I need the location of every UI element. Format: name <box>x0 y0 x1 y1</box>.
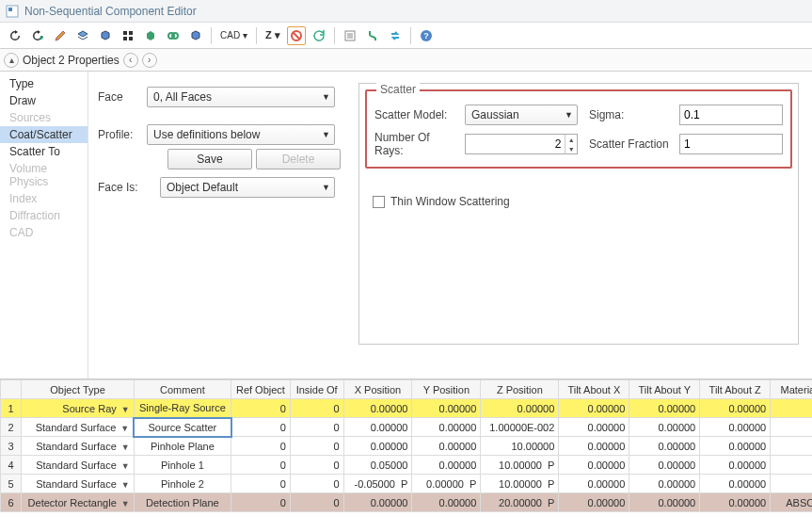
scatter-model-combo[interactable]: Gaussian ▼ <box>465 105 578 125</box>
cell-z-position[interactable]: 10.00000 P <box>481 456 559 475</box>
scatter-fraction-input[interactable] <box>679 134 783 154</box>
list-icon[interactable] <box>341 26 359 45</box>
cell-ref-object[interactable]: 0 <box>231 493 291 512</box>
object-table[interactable]: Object TypeCommentRef ObjectInside OfX P… <box>0 379 812 512</box>
cell-material[interactable]: - <box>771 399 812 418</box>
branch-icon[interactable] <box>363 26 382 45</box>
cell-ref-object[interactable]: 0 <box>231 418 291 437</box>
num-rays-spinner[interactable]: ▲▼ <box>465 134 578 154</box>
refresh-icon[interactable] <box>6 26 24 45</box>
profile-combo[interactable]: Use definitions below ▼ <box>147 124 335 145</box>
cell-ref-object[interactable]: 0 <box>231 475 291 493</box>
cell-tilt-y[interactable]: 0.00000 <box>629 456 700 475</box>
cube2-icon[interactable] <box>186 26 205 45</box>
cell-x-position[interactable]: 0.00000 <box>343 399 412 418</box>
spin-down-icon[interactable]: ▼ <box>565 144 577 153</box>
cell-x-position[interactable]: -0.05000 P <box>343 475 412 493</box>
cell-tilt-y[interactable]: 0.00000 <box>629 475 700 493</box>
sidebar-item-type[interactable]: Type <box>0 75 88 92</box>
cell-x-position[interactable]: 0.00000 <box>343 437 412 456</box>
corner-cell[interactable] <box>1 380 22 399</box>
cell-x-position[interactable]: 0.00000 <box>343 418 412 437</box>
col-tilt-about-z[interactable]: Tilt About Z <box>700 380 771 399</box>
cell-object-type[interactable]: Detector Rectangle ▼ <box>22 493 134 512</box>
cell-inside-of[interactable]: 0 <box>290 475 343 493</box>
cell-inside-of[interactable]: 0 <box>290 418 343 437</box>
cell-x-position[interactable]: 0.00000 <box>343 493 412 512</box>
row-number[interactable]: 3 <box>1 437 22 456</box>
cell-material[interactable]: ABSO... <box>771 493 812 512</box>
cell-ref-object[interactable]: 0 <box>231 399 291 418</box>
cell-object-type[interactable]: Standard Surface ▼ <box>22 437 134 456</box>
swap-icon[interactable] <box>386 26 405 45</box>
pencil-icon[interactable] <box>51 26 70 45</box>
row-number[interactable]: 6 <box>1 493 22 512</box>
cell-comment[interactable]: Detection Plane <box>134 493 231 512</box>
table-row[interactable]: 5Standard Surface ▼Pinhole 200-0.05000 P… <box>1 475 813 493</box>
sigma-input[interactable] <box>679 105 783 125</box>
cell-tilt-y[interactable]: 0.00000 <box>629 399 700 418</box>
cell-comment[interactable]: Pinhole Plane <box>134 437 231 456</box>
col-material[interactable]: Material <box>771 380 812 399</box>
col-object-type[interactable]: Object Type <box>22 380 134 399</box>
cad-dropdown[interactable]: CAD ▾ <box>217 26 250 45</box>
col-inside-of[interactable]: Inside Of <box>290 380 343 399</box>
table-row[interactable]: 4Standard Surface ▼Pinhole 1000.050000.0… <box>1 456 813 475</box>
cell-material[interactable] <box>771 475 812 493</box>
cell-tilt-z[interactable]: 0.00000 <box>700 418 771 437</box>
table-row[interactable]: 6Detector Rectangle ▼Detection Plane000.… <box>1 493 813 512</box>
cell-material[interactable] <box>771 456 812 475</box>
sidebar-item-draw[interactable]: Draw <box>0 92 88 109</box>
cell-z-position[interactable]: 1.00000E-002 <box>481 418 559 437</box>
cell-tilt-z[interactable]: 0.00000 <box>700 493 771 512</box>
save-button[interactable]: Save <box>167 149 252 169</box>
cell-inside-of[interactable]: 0 <box>290 493 343 512</box>
cell-comment[interactable]: Pinhole 2 <box>134 475 231 493</box>
cell-material[interactable] <box>771 437 812 456</box>
prev-object-button[interactable]: ‹ <box>123 53 138 68</box>
cell-z-position[interactable]: 10.00000 P <box>481 475 559 493</box>
col-x-position[interactable]: X Position <box>343 380 412 399</box>
cell-y-position[interactable]: 0.00000 P <box>412 475 481 493</box>
cell-object-type[interactable]: Standard Surface ▼ <box>22 456 134 475</box>
num-rays-value[interactable] <box>466 135 565 153</box>
row-number[interactable]: 2 <box>1 418 22 437</box>
cell-tilt-x[interactable]: 0.00000 <box>559 493 629 512</box>
cell-tilt-y[interactable]: 0.00000 <box>629 437 700 456</box>
col-comment[interactable]: Comment <box>134 380 231 399</box>
row-number[interactable]: 5 <box>1 475 22 493</box>
cell-object-type[interactable]: Standard Surface ▼ <box>22 475 134 493</box>
sidebar-item-coat-scatter[interactable]: Coat/Scatter <box>0 126 88 143</box>
cell-z-position[interactable]: 10.00000 <box>481 437 559 456</box>
hexagon-icon[interactable] <box>141 26 160 45</box>
thin-window-checkbox[interactable] <box>373 196 385 208</box>
table-row[interactable]: 2Standard Surface ▼Source Scatter000.000… <box>1 418 813 437</box>
col-z-position[interactable]: Z Position <box>481 380 559 399</box>
cell-tilt-y[interactable]: 0.00000 <box>629 493 700 512</box>
block-icon[interactable] <box>287 26 306 45</box>
cell-tilt-x[interactable]: 0.00000 <box>559 418 629 437</box>
reload-icon[interactable] <box>310 26 328 45</box>
cell-comment[interactable]: Pinhole 1 <box>134 456 231 475</box>
cell-z-position[interactable]: 0.00000 <box>481 399 559 418</box>
cell-tilt-z[interactable]: 0.00000 <box>700 399 771 418</box>
next-object-button[interactable]: › <box>142 53 157 68</box>
cell-inside-of[interactable]: 0 <box>290 456 343 475</box>
cell-y-position[interactable]: 0.00000 <box>412 418 481 437</box>
cell-ref-object[interactable]: 0 <box>231 456 291 475</box>
cell-z-position[interactable]: 20.00000 P <box>481 493 559 512</box>
z-dropdown[interactable]: Z ▾ <box>263 26 283 45</box>
faceis-combo[interactable]: Object Default ▼ <box>160 177 335 198</box>
cell-tilt-y[interactable]: 0.00000 <box>629 418 700 437</box>
link-icon[interactable] <box>164 26 183 45</box>
cell-x-position[interactable]: 0.05000 <box>343 456 412 475</box>
cell-tilt-z[interactable]: 0.00000 <box>700 456 771 475</box>
cell-tilt-x[interactable]: 0.00000 <box>559 475 629 493</box>
grid-icon[interactable] <box>119 26 137 45</box>
cell-comment[interactable]: Single-Ray Source <box>134 399 231 418</box>
cell-tilt-x[interactable]: 0.00000 <box>559 437 629 456</box>
cell-ref-object[interactable]: 0 <box>231 437 291 456</box>
col-ref-object[interactable]: Ref Object <box>231 380 291 399</box>
row-number[interactable]: 1 <box>1 399 22 418</box>
table-row[interactable]: 3Standard Surface ▼Pinhole Plane000.0000… <box>1 437 813 456</box>
